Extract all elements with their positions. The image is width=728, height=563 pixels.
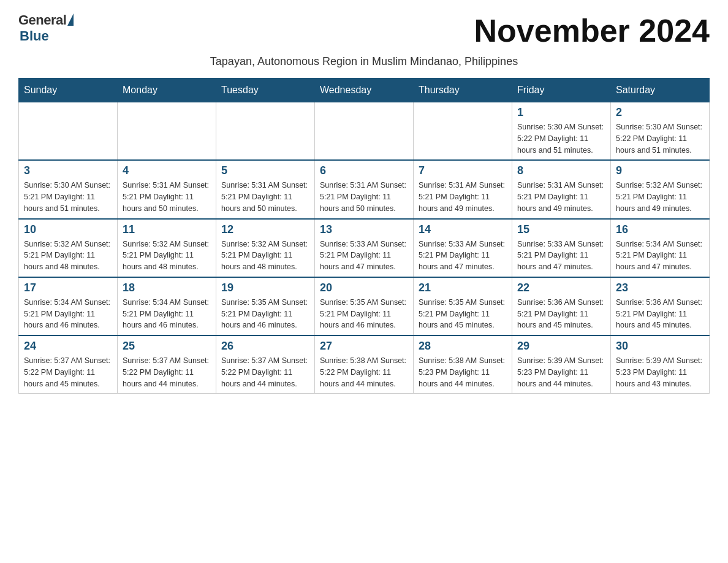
calendar-week-row: 1Sunrise: 5:30 AM Sunset: 5:22 PM Daylig… [19,102,710,161]
calendar-cell: 25Sunrise: 5:37 AM Sunset: 5:22 PM Dayli… [118,335,216,394]
day-number: 20 [320,282,408,294]
subtitle: Tapayan, Autonomous Region in Muslim Min… [18,55,710,68]
logo: General Blue [18,12,74,44]
calendar-cell: 12Sunrise: 5:32 AM Sunset: 5:21 PM Dayli… [216,219,315,277]
day-info: Sunrise: 5:34 AM Sunset: 5:21 PM Dayligh… [616,239,704,273]
day-info: Sunrise: 5:34 AM Sunset: 5:21 PM Dayligh… [123,297,211,331]
calendar-cell: 10Sunrise: 5:32 AM Sunset: 5:21 PM Dayli… [19,219,118,277]
calendar-table: SundayMondayTuesdayWednesdayThursdayFrid… [18,78,710,394]
calendar-cell: 17Sunrise: 5:34 AM Sunset: 5:21 PM Dayli… [19,277,118,335]
day-info: Sunrise: 5:35 AM Sunset: 5:21 PM Dayligh… [221,297,309,331]
calendar-cell: 1Sunrise: 5:30 AM Sunset: 5:22 PM Daylig… [512,102,611,161]
day-number: 23 [616,282,704,294]
calendar-cell: 29Sunrise: 5:39 AM Sunset: 5:23 PM Dayli… [512,335,611,394]
calendar-cell: 16Sunrise: 5:34 AM Sunset: 5:21 PM Dayli… [611,219,710,277]
day-info: Sunrise: 5:38 AM Sunset: 5:22 PM Dayligh… [320,355,408,389]
calendar-cell [315,102,414,161]
day-number: 27 [320,340,408,353]
day-info: Sunrise: 5:31 AM Sunset: 5:21 PM Dayligh… [221,180,309,214]
day-number: 24 [24,340,112,353]
day-number: 3 [24,164,112,177]
day-number: 14 [419,223,507,236]
col-header-saturday: Saturday [611,79,710,102]
calendar-cell: 18Sunrise: 5:34 AM Sunset: 5:21 PM Dayli… [118,277,216,335]
day-info: Sunrise: 5:38 AM Sunset: 5:23 PM Dayligh… [419,355,507,389]
day-number: 25 [123,340,211,353]
day-number: 17 [24,282,112,294]
calendar-cell: 5Sunrise: 5:31 AM Sunset: 5:21 PM Daylig… [216,160,315,218]
calendar-week-row: 24Sunrise: 5:37 AM Sunset: 5:22 PM Dayli… [19,335,710,394]
calendar-week-row: 17Sunrise: 5:34 AM Sunset: 5:21 PM Dayli… [19,277,710,335]
day-info: Sunrise: 5:31 AM Sunset: 5:21 PM Dayligh… [123,180,211,214]
day-info: Sunrise: 5:35 AM Sunset: 5:21 PM Dayligh… [320,297,408,331]
calendar-cell: 28Sunrise: 5:38 AM Sunset: 5:23 PM Dayli… [414,335,512,394]
day-info: Sunrise: 5:30 AM Sunset: 5:21 PM Dayligh… [24,180,112,214]
calendar-cell [19,102,118,161]
calendar-cell: 20Sunrise: 5:35 AM Sunset: 5:21 PM Dayli… [315,277,414,335]
day-info: Sunrise: 5:34 AM Sunset: 5:21 PM Dayligh… [24,297,112,331]
logo-blue-text: Blue [18,28,74,44]
day-info: Sunrise: 5:37 AM Sunset: 5:22 PM Dayligh… [24,355,112,389]
calendar-cell: 24Sunrise: 5:37 AM Sunset: 5:22 PM Dayli… [19,335,118,394]
day-number: 11 [123,223,211,236]
day-number: 13 [320,223,408,236]
calendar-cell: 21Sunrise: 5:35 AM Sunset: 5:21 PM Dayli… [414,277,512,335]
day-number: 16 [616,223,704,236]
logo-general-text: General [18,12,66,28]
col-header-tuesday: Tuesday [216,79,315,102]
calendar-cell: 19Sunrise: 5:35 AM Sunset: 5:21 PM Dayli… [216,277,315,335]
day-info: Sunrise: 5:31 AM Sunset: 5:21 PM Dayligh… [517,180,605,214]
day-number: 28 [419,340,507,353]
day-info: Sunrise: 5:30 AM Sunset: 5:22 PM Dayligh… [517,121,605,156]
day-info: Sunrise: 5:32 AM Sunset: 5:21 PM Dayligh… [24,239,112,273]
calendar-cell: 4Sunrise: 5:31 AM Sunset: 5:21 PM Daylig… [118,160,216,218]
logo-triangle-icon [67,13,74,26]
col-header-friday: Friday [512,79,611,102]
calendar-cell: 3Sunrise: 5:30 AM Sunset: 5:21 PM Daylig… [19,160,118,218]
calendar-cell: 7Sunrise: 5:31 AM Sunset: 5:21 PM Daylig… [414,160,512,218]
day-number: 2 [616,106,704,119]
day-number: 10 [24,223,112,236]
day-info: Sunrise: 5:37 AM Sunset: 5:22 PM Dayligh… [123,355,211,389]
day-number: 6 [320,164,408,177]
day-info: Sunrise: 5:31 AM Sunset: 5:21 PM Dayligh… [320,180,408,214]
calendar-cell: 2Sunrise: 5:30 AM Sunset: 5:22 PM Daylig… [611,102,710,161]
day-info: Sunrise: 5:36 AM Sunset: 5:21 PM Dayligh… [517,297,605,331]
day-number: 1 [517,106,605,119]
calendar-cell [216,102,315,161]
col-header-sunday: Sunday [19,79,118,102]
day-info: Sunrise: 5:30 AM Sunset: 5:22 PM Dayligh… [616,121,704,156]
day-info: Sunrise: 5:32 AM Sunset: 5:21 PM Dayligh… [616,180,704,214]
calendar-week-row: 10Sunrise: 5:32 AM Sunset: 5:21 PM Dayli… [19,219,710,277]
day-number: 4 [123,164,211,177]
day-info: Sunrise: 5:39 AM Sunset: 5:23 PM Dayligh… [517,355,605,389]
day-info: Sunrise: 5:31 AM Sunset: 5:21 PM Dayligh… [419,180,507,214]
day-info: Sunrise: 5:33 AM Sunset: 5:21 PM Dayligh… [419,239,507,273]
calendar-cell: 27Sunrise: 5:38 AM Sunset: 5:22 PM Dayli… [315,335,414,394]
day-info: Sunrise: 5:32 AM Sunset: 5:21 PM Dayligh… [123,239,211,273]
day-info: Sunrise: 5:33 AM Sunset: 5:21 PM Dayligh… [517,239,605,273]
calendar-cell: 26Sunrise: 5:37 AM Sunset: 5:22 PM Dayli… [216,335,315,394]
day-info: Sunrise: 5:33 AM Sunset: 5:21 PM Dayligh… [320,239,408,273]
calendar-cell: 6Sunrise: 5:31 AM Sunset: 5:21 PM Daylig… [315,160,414,218]
day-info: Sunrise: 5:32 AM Sunset: 5:21 PM Dayligh… [221,239,309,273]
day-info: Sunrise: 5:37 AM Sunset: 5:22 PM Dayligh… [221,355,309,389]
calendar-cell: 9Sunrise: 5:32 AM Sunset: 5:21 PM Daylig… [611,160,710,218]
day-number: 9 [616,164,704,177]
day-number: 5 [221,164,309,177]
day-number: 8 [517,164,605,177]
calendar-header-row: SundayMondayTuesdayWednesdayThursdayFrid… [19,79,710,102]
col-header-wednesday: Wednesday [315,79,414,102]
calendar-cell: 8Sunrise: 5:31 AM Sunset: 5:21 PM Daylig… [512,160,611,218]
day-number: 22 [517,282,605,294]
day-number: 21 [419,282,507,294]
day-number: 26 [221,340,309,353]
calendar-cell: 23Sunrise: 5:36 AM Sunset: 5:21 PM Dayli… [611,277,710,335]
calendar-cell [118,102,216,161]
calendar-cell: 15Sunrise: 5:33 AM Sunset: 5:21 PM Dayli… [512,219,611,277]
day-info: Sunrise: 5:39 AM Sunset: 5:23 PM Dayligh… [616,355,704,389]
day-number: 15 [517,223,605,236]
calendar-cell: 22Sunrise: 5:36 AM Sunset: 5:21 PM Dayli… [512,277,611,335]
calendar-cell: 13Sunrise: 5:33 AM Sunset: 5:21 PM Dayli… [315,219,414,277]
calendar-cell: 11Sunrise: 5:32 AM Sunset: 5:21 PM Dayli… [118,219,216,277]
